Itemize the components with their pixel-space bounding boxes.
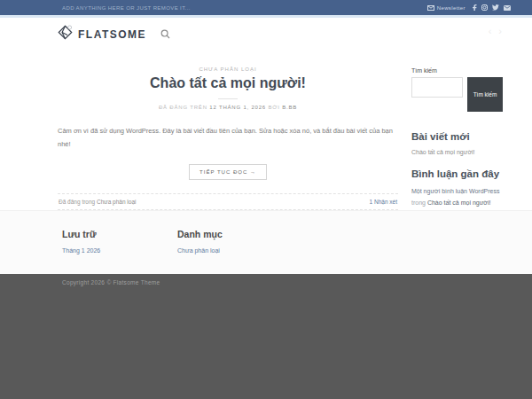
search-widget-label: Tìm kiếm xyxy=(411,67,503,74)
comment-post-link[interactable]: Chào tất cả mọi người! xyxy=(427,200,491,206)
read-more-label: TIẾP TỤC ĐỌC xyxy=(200,169,247,175)
site-header: FLATSOME ‹› xyxy=(0,18,532,51)
recent-post-link[interactable]: Chào tất cả mọi người! xyxy=(411,149,503,155)
footer-widgets: Lưu trữ Tháng 1 2026 Danh mục Chưa phân … xyxy=(0,210,532,274)
archives-widget: Lưu trữ Tháng 1 2026 xyxy=(62,229,177,258)
meta-prefix: ĐÃ ĐĂNG TRÊN xyxy=(159,105,207,110)
post-category-link[interactable]: CHƯA PHÂN LOẠI xyxy=(58,66,398,72)
comments-count-link[interactable]: 1 Nhận xét xyxy=(370,199,397,205)
header-nav-arrows[interactable]: ‹› xyxy=(489,26,509,36)
newsletter-link[interactable]: Newsletter xyxy=(427,5,466,11)
meta-date: 12 THÁNG 1, 2026 xyxy=(209,105,266,110)
posted-in-label: Đã đăng trong xyxy=(59,199,95,205)
post-article: CHƯA PHÂN LOẠI Chào tất cả mọi người! ĐÃ… xyxy=(58,66,398,210)
copyright-text: Copyright 2026 © Flatsome Theme xyxy=(62,279,532,286)
email-icon[interactable] xyxy=(504,5,511,11)
archives-link[interactable]: Tháng 1 2026 xyxy=(62,247,100,254)
topbar-right: Newsletter xyxy=(427,4,511,11)
sidebar-search-button[interactable]: Tìm kiếm xyxy=(467,77,503,112)
search-row: Tìm kiếm xyxy=(411,77,503,112)
search-widget: Tìm kiếm Tìm kiếm xyxy=(411,67,503,112)
sidebar-search-input[interactable] xyxy=(411,77,463,98)
topbar: ADD ANYTHING HERE OR JUST REMOVE IT... N… xyxy=(0,0,532,15)
social-icons xyxy=(472,4,511,11)
topbar-message: ADD ANYTHING HERE OR JUST REMOVE IT... xyxy=(62,5,191,11)
recent-posts-title: Bài viết mới xyxy=(411,131,503,142)
categories-widget: Danh mục Chưa phân loại xyxy=(177,229,293,258)
categories-title: Danh mục xyxy=(177,229,293,239)
meta-by: BỞI xyxy=(268,105,279,110)
newsletter-label: Newsletter xyxy=(437,5,466,11)
title-divider xyxy=(218,98,238,99)
comment-author-link[interactable]: Một người bình luận WordPress xyxy=(411,188,499,194)
recent-comments-title: Bình luận gần đây xyxy=(411,168,503,179)
arrow-right-icon: → xyxy=(250,169,256,175)
next-arrow-icon[interactable]: › xyxy=(498,26,509,36)
post-title-link[interactable]: Chào tất cả mọi người! xyxy=(58,75,398,91)
footer-dark: Copyright 2026 © Flatsome Theme xyxy=(0,274,532,399)
meta-author-link[interactable]: B.BB xyxy=(282,105,297,110)
site-logo[interactable]: FLATSOME xyxy=(58,25,146,43)
recent-comments-widget: Bình luận gần đây Một người bình luận Wo… xyxy=(411,168,503,209)
read-more-wrap: TIẾP TỤC ĐỌC → xyxy=(58,161,398,180)
envelope-icon xyxy=(427,5,434,11)
blog-post-list: CHƯA PHÂN LOẠI Chào tất cả mọi người! ĐÃ… xyxy=(58,66,398,210)
categories-link[interactable]: Chưa phân loại xyxy=(177,247,220,254)
comment-connector: trong xyxy=(411,200,426,206)
post-excerpt: Cảm ơn vì đã sử dụng WordPress. Đây là b… xyxy=(58,125,398,151)
prev-arrow-icon[interactable]: ‹ xyxy=(489,26,499,36)
flatsome-logo-icon xyxy=(58,25,73,43)
recent-posts-widget: Bài viết mới Chào tất cả mọi người! xyxy=(411,131,503,155)
archives-title: Lưu trữ xyxy=(62,229,177,239)
facebook-icon[interactable] xyxy=(472,4,477,11)
page-content: CHƯA PHÂN LOẠI Chào tất cả mọi người! ĐÃ… xyxy=(0,51,532,210)
sidebar: Tìm kiếm Tìm kiếm Bài viết mới Chào tất … xyxy=(411,66,503,210)
logo-text: FLATSOME xyxy=(78,28,146,41)
instagram-icon[interactable] xyxy=(481,4,488,11)
posted-in-category-link[interactable]: Chưa phân loại xyxy=(97,199,136,205)
twitter-icon[interactable] xyxy=(492,4,499,11)
post-footer-meta: Đã đăng trong Chưa phân loại 1 Nhận xét xyxy=(58,193,398,210)
post-meta: ĐÃ ĐĂNG TRÊN 12 THÁNG 1, 2026 BỞI B.BB xyxy=(58,105,398,110)
recent-comment-item: Một người bình luận WordPress trong Chào… xyxy=(411,186,503,209)
read-more-button[interactable]: TIẾP TỤC ĐỌC → xyxy=(189,164,267,180)
posted-in: Đã đăng trong Chưa phân loại xyxy=(59,199,136,205)
search-icon[interactable] xyxy=(160,29,170,39)
